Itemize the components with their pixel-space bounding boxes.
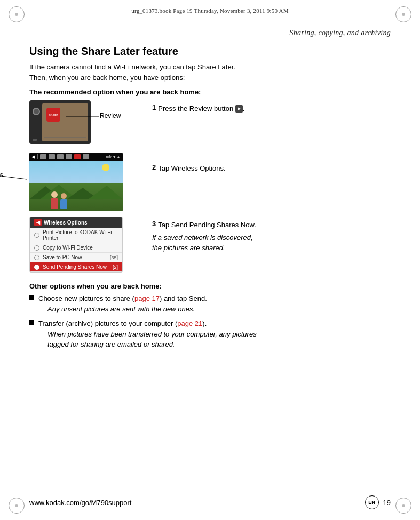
intro-text: If the camera cannot find a Wi-Fi networ… bbox=[29, 62, 391, 83]
page-title: Sharing, copying, and archiving bbox=[29, 29, 391, 37]
photo-scene bbox=[29, 161, 123, 211]
step-3-number: 3 bbox=[152, 220, 156, 228]
menu-item-2-label: Copy to Wi-Fi Device bbox=[43, 245, 93, 251]
bullet-1-text-block: Choose new pictures to share (page 17) a… bbox=[38, 293, 207, 316]
toolbar-icon-2 bbox=[49, 154, 55, 159]
title-rule bbox=[29, 41, 391, 41]
review-callout-svg bbox=[29, 100, 136, 148]
menu-item-1[interactable]: Print Picture to KODAK Wi-Fi Printer bbox=[30, 228, 122, 243]
menu-radio-2 bbox=[34, 245, 39, 251]
menu-image: ◀ Wireless Options Print Picture to KODA… bbox=[29, 217, 123, 273]
menu-header: ◀ Wireless Options bbox=[30, 217, 122, 228]
lang-badge-text: EN bbox=[368, 500, 375, 505]
menu-title: Wireless Options bbox=[44, 220, 88, 226]
bullet-2-text-block: Transfer (archive) pictures to your comp… bbox=[38, 318, 257, 352]
step-1-content: Press the Review button ▶ . bbox=[158, 103, 244, 114]
header-bar: urg_01373.book Page 19 Thursday, Novembe… bbox=[0, 7, 420, 14]
footer-url[interactable]: www.kodak.com/go/M790support bbox=[29, 499, 131, 507]
menu-item-1-label: Print Picture to KODAK Wi-Fi Printer bbox=[43, 229, 118, 241]
menu-item-3-label: Save to PC Now bbox=[43, 254, 82, 260]
wireless-callout-svg bbox=[27, 179, 32, 185]
menu-item-4-count: [2] bbox=[113, 265, 118, 270]
sub-heading: The recommended option when you are back… bbox=[29, 88, 391, 96]
step-3-image-col: ◀ Wireless Options Print Picture to KODA… bbox=[29, 217, 141, 273]
step-3-text: 3 Tap Send Pending Shares Now. If a save… bbox=[141, 217, 391, 253]
main-content: Using the Share Later feature If the cam… bbox=[29, 45, 391, 493]
menu-item-4-label: Send Pending Shares Now bbox=[43, 264, 107, 270]
step-1-image-col: share bbox=[29, 100, 141, 145]
footer: www.kodak.com/go/M790support EN 19 bbox=[29, 495, 391, 509]
menu-radio-1 bbox=[34, 233, 39, 238]
ground bbox=[29, 183, 123, 211]
lang-badge: EN bbox=[365, 495, 379, 509]
menu-item-3-count: [35] bbox=[110, 255, 118, 260]
camera-image-2: ◀ nde▼▲ bbox=[29, 153, 123, 211]
menu-item-3[interactable]: Save to PC Now [35] bbox=[30, 253, 122, 262]
bullet-1-text: Choose new pictures to share (page 17) a… bbox=[38, 294, 207, 302]
header-text: urg_01373.book Page 19 Thursday, Novembe… bbox=[131, 7, 288, 14]
bullet-1-icon bbox=[29, 295, 34, 300]
bullet-item-2: Transfer (archive) pictures to your comp… bbox=[29, 318, 391, 352]
review-button-symbol: ▶ bbox=[235, 105, 243, 113]
section-heading: Using the Share Later feature bbox=[29, 45, 391, 58]
step-2-image-col: ◀ nde▼▲ bbox=[29, 153, 141, 211]
bullet-1-italic: Any unsent pictures are sent with the ne… bbox=[47, 304, 207, 315]
step-2-text: 2 Tap Wireless Options. bbox=[141, 153, 391, 174]
svg-line-5 bbox=[0, 174, 27, 179]
corner-mark-bl bbox=[9, 498, 25, 514]
bullet-1-link[interactable]: page 17 bbox=[134, 294, 160, 302]
toolbar-div-1 bbox=[37, 154, 38, 159]
wireless-label: Wireless Options bbox=[0, 171, 3, 179]
step-2-row: ◀ nde▼▲ bbox=[29, 153, 391, 211]
hills-svg bbox=[29, 183, 123, 199]
step-3-content: Tap Send Pending Shares Now. bbox=[158, 220, 256, 230]
footer-page: EN 19 bbox=[365, 495, 391, 509]
toolbar-icon-3 bbox=[57, 154, 64, 159]
step-3-row: ◀ Wireless Options Print Picture to KODA… bbox=[29, 217, 391, 273]
page-title-text: Sharing, copying, and archiving bbox=[289, 29, 391, 37]
menu-back-arrow: ◀ bbox=[34, 219, 42, 226]
sun bbox=[102, 164, 109, 171]
step-1-row: share bbox=[29, 100, 391, 145]
person-1 bbox=[51, 191, 58, 209]
bullet-item-1: Choose new pictures to share (page 17) a… bbox=[29, 293, 391, 316]
svg-marker-4 bbox=[88, 186, 123, 199]
corner-mark-br bbox=[395, 498, 411, 514]
toolbar-icon-4 bbox=[66, 154, 72, 159]
menu-item-2[interactable]: Copy to Wi-Fi Device bbox=[30, 243, 122, 253]
step-1-number: 1 bbox=[152, 103, 156, 111]
menu-radio-4 bbox=[34, 265, 39, 270]
bullet-2-link[interactable]: page 21 bbox=[177, 319, 202, 327]
steps-area: share bbox=[29, 100, 391, 276]
review-label: Review bbox=[100, 112, 121, 119]
step-2-content: Tap Wireless Options. bbox=[158, 163, 225, 174]
step-3-italic: If a saved network is discovered,the pic… bbox=[152, 233, 391, 253]
toolbar-icon-6 bbox=[83, 154, 89, 159]
bullet-2-text: Transfer (archive) pictures to your comp… bbox=[38, 319, 207, 327]
camera-toolbar: ◀ nde▼▲ bbox=[29, 153, 123, 161]
toolbar-icon-1 bbox=[40, 154, 46, 159]
page-number: 19 bbox=[383, 499, 391, 507]
step-1-text: 1 Press the Review button ▶ . bbox=[141, 100, 391, 114]
person-2 bbox=[60, 193, 67, 209]
bullet-2-italic: When pictures have been transferred to y… bbox=[47, 329, 257, 350]
other-options-section: Other options when you are back home: Ch… bbox=[29, 282, 391, 352]
hills bbox=[29, 183, 123, 199]
toolbar-icon-5 bbox=[74, 154, 81, 159]
bullet-2-icon bbox=[29, 320, 34, 325]
menu-radio-3 bbox=[34, 255, 39, 260]
menu-item-4[interactable]: Send Pending Shares Now [2] bbox=[30, 262, 122, 272]
step-2-number: 2 bbox=[152, 163, 156, 171]
other-options-heading: Other options when you are back home: bbox=[29, 282, 391, 290]
